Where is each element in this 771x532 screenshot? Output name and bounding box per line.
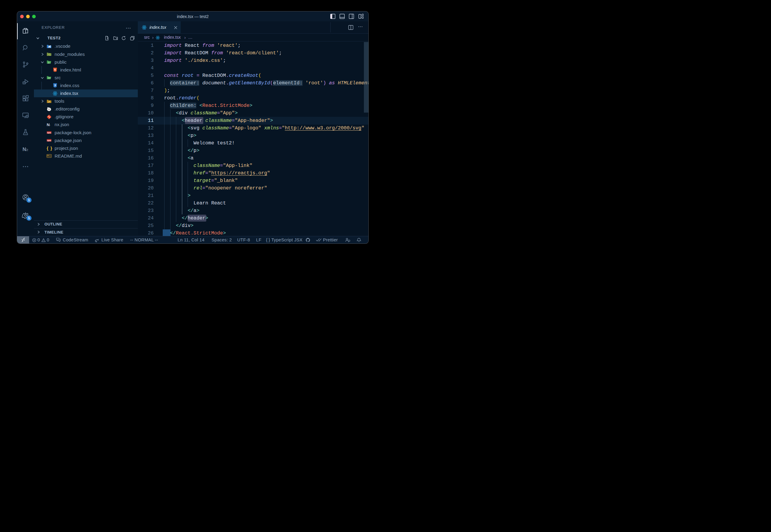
svg-text:npm: npm	[47, 139, 51, 141]
svg-text:›: ›	[50, 123, 50, 127]
svg-text:</>: </>	[48, 77, 51, 79]
svg-text:≥: ≥	[26, 147, 28, 152]
svg-text:JS: JS	[49, 54, 51, 55]
svg-text:3: 3	[54, 84, 56, 87]
svg-text:N: N	[23, 146, 26, 152]
svg-text:npm: npm	[47, 131, 51, 134]
svg-text:5: 5	[54, 68, 56, 71]
svg-text:N: N	[47, 122, 50, 127]
